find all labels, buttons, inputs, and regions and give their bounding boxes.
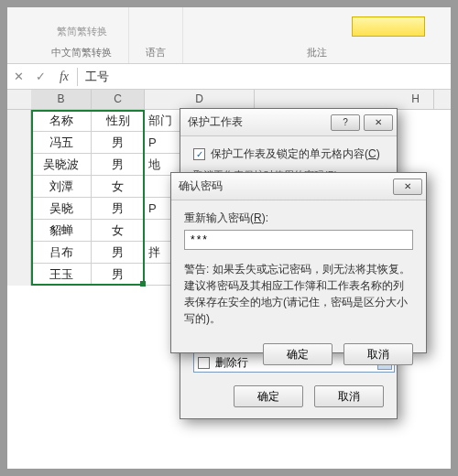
cell[interactable]: 男 xyxy=(92,132,145,154)
dialog-title: 保护工作表 xyxy=(188,114,243,130)
cell[interactable]: 冯五 xyxy=(31,132,92,154)
ribbon-btn-convert[interactable]: 繁简繁转换 xyxy=(57,25,107,38)
cell[interactable]: 性别 xyxy=(92,110,145,132)
column-headers: B C D H xyxy=(7,90,451,110)
ribbon: 繁简繁转换 中文简繁转换 语言 批注 xyxy=(7,7,451,64)
protect-dialog-titlebar[interactable]: 保护工作表 ? ✕ xyxy=(180,109,397,136)
cell[interactable]: 吕布 xyxy=(31,242,92,264)
ribbon-group-label: 语言 xyxy=(146,46,166,60)
ribbon-highlight-button[interactable] xyxy=(352,16,425,37)
confirm-password-input[interactable] xyxy=(184,230,413,250)
confirm-dialog-titlebar[interactable]: 确认密码 ✕ xyxy=(171,173,426,200)
cell[interactable]: 女 xyxy=(92,176,145,198)
protect-cancel-button[interactable]: 取消 xyxy=(314,385,384,407)
ribbon-group-label: 批注 xyxy=(307,46,327,60)
close-button[interactable]: ✕ xyxy=(364,114,393,131)
ribbon-group-language: 语言 xyxy=(129,7,183,63)
cell[interactable]: 吴晓 xyxy=(31,198,92,220)
cell[interactable]: 吴晓波 xyxy=(31,154,92,176)
dialog-title: 确认密码 xyxy=(179,178,223,194)
cell[interactable]: 男 xyxy=(92,154,145,176)
cancel-icon[interactable]: ✕ xyxy=(7,70,29,83)
help-button[interactable]: ? xyxy=(331,114,360,131)
col-header-h[interactable]: H xyxy=(398,90,434,109)
formula-content[interactable]: 工号 xyxy=(78,69,109,85)
confirm-password-label: 重新输入密码(R): xyxy=(184,210,413,226)
enter-icon[interactable]: ✓ xyxy=(29,70,51,83)
confirm-dialog-body: 重新输入密码(R): 警告: 如果丢失或忘记密码，则无法将其恢复。建议将密码及其… xyxy=(171,200,426,336)
cell[interactable]: 貂蝉 xyxy=(31,220,92,242)
protect-checkbox-label: 保护工作表及锁定的单元格内容(C) xyxy=(211,146,380,162)
fx-icon[interactable]: fx xyxy=(51,70,77,84)
close-button[interactable]: ✕ xyxy=(393,178,422,195)
protect-ok-button[interactable]: 确定 xyxy=(234,385,303,407)
cell[interactable]: 男 xyxy=(92,198,145,220)
cell[interactable]: 王玉 xyxy=(31,264,92,286)
row-headers[interactable] xyxy=(7,110,31,286)
cell[interactable]: 刘潭 xyxy=(31,176,92,198)
confirm-password-dialog: 确认密码 ✕ 重新输入密码(R): 警告: 如果丢失或忘记密码，则无法将其恢复。… xyxy=(170,172,427,353)
cell[interactable]: 男 xyxy=(92,264,145,286)
ribbon-group-convert: 繁简繁转换 中文简繁转换 xyxy=(35,7,129,63)
confirm-cancel-button[interactable]: 取消 xyxy=(344,343,413,365)
col-header-c[interactable]: C xyxy=(92,90,145,109)
cell[interactable]: 女 xyxy=(92,220,145,242)
protect-checkbox[interactable]: ✓ xyxy=(193,148,205,160)
col-header-d[interactable]: D xyxy=(145,90,255,109)
cell[interactable]: 男 xyxy=(92,242,145,264)
password-warning: 警告: 如果丢失或忘记密码，则无法将其恢复。建议将密码及其相应工作簿和工作表名称… xyxy=(184,261,413,327)
confirm-ok-button[interactable]: 确定 xyxy=(263,343,333,365)
cell[interactable]: 名称 xyxy=(31,110,92,132)
col-header-b[interactable]: B xyxy=(31,90,92,109)
ribbon-group-label: 中文简繁转换 xyxy=(51,46,112,60)
formula-bar: ✕ ✓ fx 工号 xyxy=(7,64,451,90)
